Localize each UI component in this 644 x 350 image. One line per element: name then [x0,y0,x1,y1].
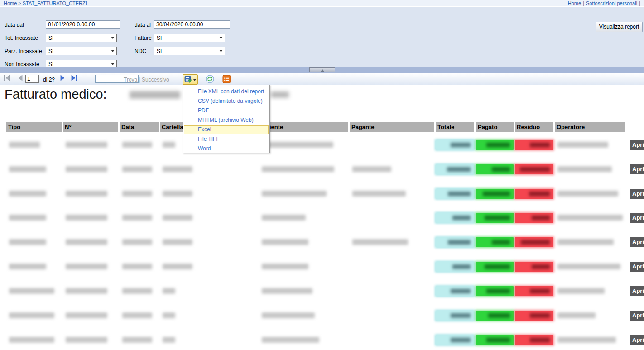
residuo-amount-cell [515,213,553,223]
pagato-redacted-amount [485,264,510,269]
data-redacted-text [122,215,152,221]
page-number-input[interactable] [25,75,39,83]
first-page-button[interactable] [4,75,10,81]
export-option-csv-delimitato-da-virgole[interactable]: CSV (delimitato da virgole) [183,96,269,106]
fatture-select[interactable]: SI [154,34,225,42]
subscriptions-link[interactable]: Sottoscrizioni personali [586,0,637,6]
cliente-redacted-text [262,239,308,245]
pagato-amount-cell [476,311,514,321]
operatore-redacted-text [557,191,618,197]
cliente-redacted-text [262,142,333,148]
residuo-amount-cell [515,286,553,296]
last-page-button[interactable] [71,75,77,81]
parz-incassate-select[interactable]: SI [46,47,117,55]
data-redacted-text [122,142,152,148]
numero-redacted-text [66,337,107,343]
totale-redacted-amount [452,264,471,269]
column-header-totale: Totale [436,122,474,132]
residuo-redacted-amount [521,240,550,245]
pagato-redacted-amount [485,216,510,220]
residuo-amount-cell [515,311,553,321]
pagato-redacted-amount [492,167,510,172]
open-report-button[interactable]: Apri F [630,286,644,296]
operatore-redacted-text [557,166,612,172]
top-links-trailing-separator: | [637,0,642,6]
save-export-icon [184,76,192,83]
report-toolbar: di 2? Trova | Successivo [0,73,644,85]
operatore-redacted-text [557,239,614,245]
tipo-redacted-text [9,191,46,197]
date-from-input[interactable] [46,20,120,29]
cliente-redacted-text [262,215,306,221]
first-page-icon [4,75,10,81]
residuo-redacted-amount [532,216,550,220]
residuo-amount-cell [515,189,553,199]
open-report-button[interactable]: Apri F [630,311,644,321]
open-report-button[interactable]: Apri F [630,213,644,223]
refresh-button[interactable] [205,74,215,84]
breadcrumb-report-link[interactable]: STAT_FATTURATO_CTERZI [23,0,87,6]
cartella-redacted-text [163,215,192,221]
tipo-redacted-text [9,142,40,148]
cartella-redacted-text [163,288,175,294]
date-from-label: data dal [5,22,24,28]
top-home-link[interactable]: Home [568,0,581,6]
open-report-button[interactable]: Apri F [630,262,644,272]
residuo-redacted-amount [520,167,550,172]
find-link[interactable]: Trova [124,77,137,83]
open-report-button[interactable]: Apri F [630,164,644,174]
export-option-file-tiff[interactable]: File TIFF [183,134,269,144]
export-option-mhtml-archivio-web[interactable]: MHTML (archivio Web) [183,115,269,125]
parz-incassate-value: SI [48,48,53,54]
previous-page-button[interactable] [18,75,23,81]
date-to-input[interactable] [154,20,230,29]
collapse-parameters-handle[interactable] [309,67,335,72]
totale-amount-cell [436,311,474,321]
open-report-button[interactable]: Apri F [630,335,644,345]
find-next-link[interactable]: Successivo [142,77,169,83]
operatore-redacted-text [557,312,596,318]
residuo-amount-cell [515,262,553,272]
data-redacted-text [122,312,152,318]
breadcrumb-home-link[interactable]: Home [4,0,17,6]
totale-amount-cell [436,213,474,223]
numero-redacted-text [66,166,107,172]
export-option-pdf[interactable]: PDF [183,106,269,115]
ndc-select[interactable]: SI [154,47,225,55]
export-option-file-xml-con-dati-del-report[interactable]: File XML con dati del report [183,87,269,96]
numero-redacted-text [66,312,107,318]
open-report-button[interactable]: Apri F [630,189,644,199]
data-redacted-text [122,337,152,343]
numero-redacted-text [66,191,107,197]
date-to-label: data al [135,22,151,28]
data-redacted-text [122,239,152,245]
ndc-label: NDC [135,48,146,54]
export-option-excel[interactable]: Excel [184,125,269,134]
tipo-redacted-text [9,239,46,245]
cartella-redacted-text [163,191,192,197]
tipo-redacted-text [9,312,54,318]
tot-incassate-select[interactable]: SI [46,34,117,42]
cliente-redacted-text [262,166,334,172]
data-feed-export-button[interactable] [222,75,231,83]
pagato-amount-cell [476,237,514,247]
pagato-amount-cell [476,140,514,150]
export-caret-icon [193,79,196,81]
column-header-residuo: Residuo [515,122,553,132]
open-report-button[interactable]: Apri F [630,237,644,247]
pagato-redacted-amount [488,313,510,318]
next-page-icon [60,75,65,81]
operatore-redacted-text [557,337,616,343]
next-page-button[interactable] [60,75,65,81]
breadcrumb-separator: > [17,0,22,6]
chevron-down-icon [219,37,223,39]
pagato-redacted-amount [486,338,510,342]
totale-redacted-amount [451,143,471,147]
numero-redacted-text [66,264,107,269]
export-option-word[interactable]: Word [183,144,269,153]
view-report-button[interactable]: Visualizza report [596,22,643,32]
previous-page-icon [18,75,23,81]
export-dropdown-button[interactable] [183,74,198,85]
cliente-redacted-text [262,191,327,197]
open-report-button[interactable]: Apri F [630,140,644,150]
